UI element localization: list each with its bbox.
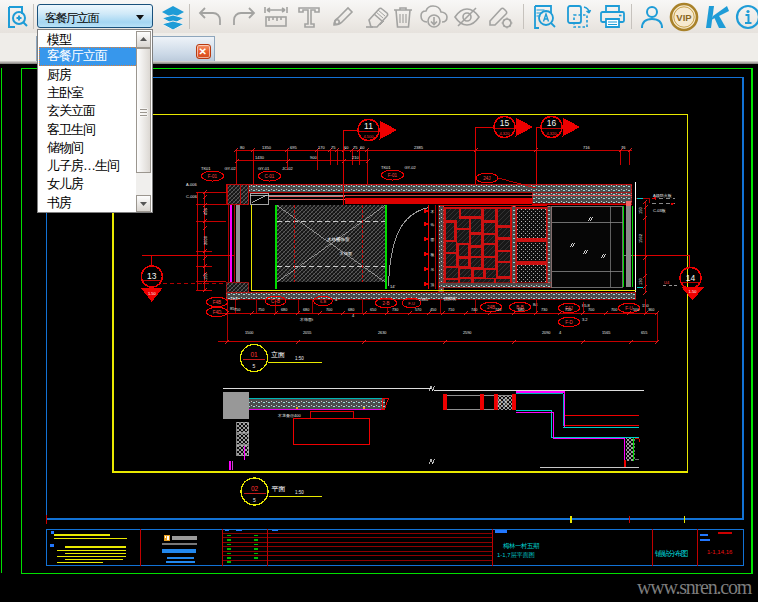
svg-text:1350: 1350 (262, 145, 272, 150)
svg-text:4.500: 4.500 (363, 134, 374, 139)
svg-text:170: 170 (318, 145, 325, 150)
svg-text:2590: 2590 (463, 331, 471, 335)
svg-text:铺贴分布图: 铺贴分布图 (654, 549, 688, 558)
svg-text:710: 710 (565, 308, 571, 312)
svg-text:680: 680 (518, 308, 524, 312)
svg-text:F-01: F-01 (388, 173, 398, 178)
svg-text:A级防火板: A级防火板 (653, 193, 672, 198)
svg-text:GY-01: GY-01 (258, 166, 270, 171)
svg-text:F-U: F-U (625, 306, 633, 311)
svg-text:木饰面t: 木饰面t (299, 317, 314, 322)
svg-text:1500: 1500 (245, 331, 253, 335)
svg-text:2385: 2385 (419, 297, 429, 302)
svg-text:500: 500 (633, 308, 639, 312)
svg-text:710: 710 (448, 308, 454, 312)
svg-text:700: 700 (588, 308, 594, 312)
svg-text:01: 01 (250, 351, 258, 358)
svg-text:1565: 1565 (602, 331, 610, 335)
svg-text:面: 面 (431, 238, 435, 242)
svg-text:740: 740 (471, 308, 477, 312)
svg-text:150: 150 (638, 207, 643, 214)
svg-text:730: 730 (392, 308, 398, 312)
svg-text:F4D: F4D (213, 310, 222, 315)
svg-text:C-01: C-01 (265, 174, 275, 179)
svg-text:板: 板 (430, 252, 435, 257)
svg-text:C-03板: C-03板 (653, 208, 666, 213)
svg-text:2600: 2600 (203, 235, 208, 245)
svg-text:TK01: TK01 (201, 166, 211, 171)
svg-text:80: 80 (240, 145, 245, 150)
svg-text:570: 570 (415, 308, 421, 312)
svg-text:716: 716 (583, 145, 590, 150)
svg-text:2-B: 2-B (382, 301, 389, 306)
svg-text:立面: 立面 (271, 351, 285, 359)
svg-text:150: 150 (203, 273, 208, 280)
svg-text:11: 11 (364, 121, 373, 131)
svg-text:730: 730 (541, 308, 547, 312)
svg-text:F-01: F-01 (208, 174, 218, 179)
svg-text:700: 700 (611, 308, 617, 312)
svg-text:700: 700 (326, 308, 332, 312)
svg-text:GY-02: GY-02 (405, 165, 417, 170)
svg-text:680: 680 (348, 308, 354, 312)
svg-text:24B: 24B (487, 305, 495, 310)
svg-text:210: 210 (352, 155, 359, 160)
svg-text:4.320: 4.320 (499, 131, 510, 136)
svg-text:15: 15 (500, 118, 510, 128)
svg-text:饰: 饰 (430, 222, 435, 227)
svg-text:360: 360 (648, 308, 654, 312)
svg-text:13: 13 (147, 271, 157, 281)
svg-text:木格栅饰面: 木格栅饰面 (327, 236, 350, 242)
svg-text:24J: 24J (483, 176, 490, 181)
svg-text:2090: 2090 (542, 331, 550, 335)
svg-text:2055: 2055 (303, 331, 311, 335)
svg-text:吊: 吊 (431, 268, 435, 272)
svg-text:平面: 平面 (272, 485, 286, 493)
svg-text:680: 680 (281, 308, 287, 312)
svg-text:60: 60 (344, 145, 349, 150)
svg-text:6-B: 6-B (320, 299, 327, 304)
svg-text:740: 740 (495, 308, 501, 312)
svg-text:900: 900 (310, 155, 317, 160)
svg-text:木龙骨@400: 木龙骨@400 (277, 413, 302, 418)
svg-text:680: 680 (303, 308, 309, 312)
svg-text:76: 76 (621, 145, 626, 150)
svg-text:1-1,14,16: 1-1,14,16 (707, 549, 733, 555)
svg-text:130: 130 (638, 278, 643, 285)
svg-text:650: 650 (370, 308, 376, 312)
svg-text:VIP: VIP (676, 12, 692, 23)
svg-text:1-1,7层平面图: 1-1,7层平面图 (497, 551, 535, 559)
svg-text:1.50: 1.50 (148, 291, 157, 296)
svg-text:1430: 1430 (255, 155, 265, 160)
svg-text:GY-02: GY-02 (225, 166, 237, 171)
svg-text:木饰面: 木饰面 (339, 251, 352, 256)
svg-text:F-U: F-U (408, 301, 415, 306)
svg-text:450: 450 (430, 308, 436, 312)
svg-text:4: 4 (559, 330, 562, 335)
svg-text:450: 450 (203, 208, 208, 215)
svg-text:C-006: C-006 (186, 194, 198, 199)
svg-text:F-D: F-D (565, 320, 573, 325)
svg-text:750: 750 (258, 308, 264, 312)
svg-text:木: 木 (431, 209, 435, 214)
svg-text:1562: 1562 (638, 233, 643, 243)
svg-text:750: 750 (234, 308, 240, 312)
svg-text:1.50: 1.50 (689, 289, 698, 294)
svg-text:15.8: 15.8 (230, 296, 239, 301)
svg-text:1:50: 1:50 (295, 356, 304, 361)
svg-text:02: 02 (251, 485, 259, 492)
svg-text:14': 14' (390, 284, 395, 289)
svg-text:JC-02: JC-02 (282, 166, 293, 171)
svg-text:695: 695 (290, 145, 297, 150)
svg-text:2385: 2385 (414, 145, 424, 150)
svg-text:4.320: 4.320 (546, 131, 557, 136)
svg-text:5: 5 (253, 497, 256, 503)
svg-text:TK01: TK01 (381, 165, 391, 170)
svg-text:梅林一村五期: 梅林一村五期 (502, 542, 539, 550)
svg-text:踢脚线: 踢脚线 (444, 296, 456, 301)
svg-text:75: 75 (331, 145, 336, 150)
svg-text:16: 16 (547, 118, 557, 128)
svg-text:A-006: A-006 (186, 182, 197, 187)
svg-text:3.2: 3.2 (582, 317, 588, 322)
svg-text:顶: 顶 (430, 283, 435, 287)
